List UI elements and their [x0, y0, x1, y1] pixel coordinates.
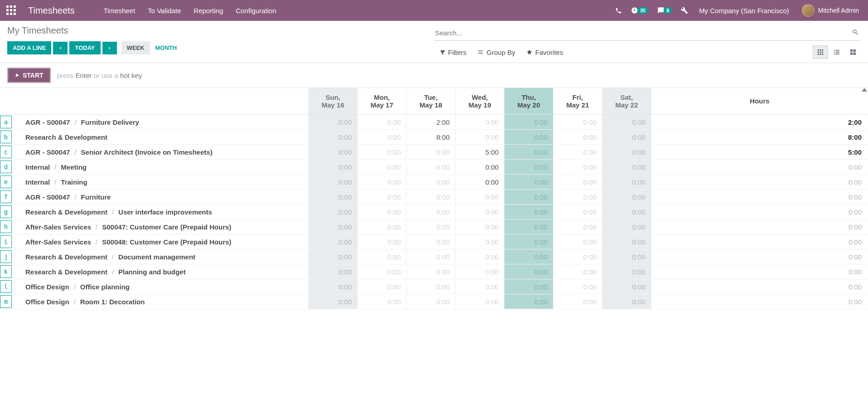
row-hotkey[interactable]: a [0, 116, 12, 128]
time-cell[interactable]: 0:00 [455, 234, 504, 249]
time-cell[interactable]: 0:00 [406, 249, 455, 264]
time-cell[interactable]: 0:00 [504, 205, 553, 219]
nav-item-to-validate[interactable]: To Validate [141, 0, 187, 21]
time-cell[interactable]: 0:00 [357, 160, 406, 174]
time-cell[interactable]: 0:00 [455, 115, 504, 129]
time-cell[interactable]: 0:00 [308, 115, 357, 129]
time-cell[interactable]: 0:00 [406, 190, 455, 204]
messages-icon[interactable]: 8 [653, 0, 676, 21]
filters-button[interactable]: Filters [434, 47, 472, 58]
time-cell[interactable]: 0:00 [602, 249, 651, 264]
row-label[interactable]: Research & Development/Document manageme… [13, 249, 308, 264]
row-label[interactable]: AGR - S00047/Furniture [13, 190, 308, 204]
time-cell[interactable]: 0:00 [308, 160, 357, 174]
time-cell[interactable]: 0:00 [602, 130, 651, 144]
time-cell[interactable]: 0:00 [357, 234, 406, 249]
time-cell[interactable]: 0:00 [553, 294, 602, 309]
time-cell[interactable]: 0:00 [504, 175, 553, 189]
row-hotkey[interactable]: m [0, 295, 12, 308]
time-cell[interactable]: 0:00 [406, 175, 455, 189]
time-cell[interactable]: 0:00 [308, 219, 357, 234]
time-cell[interactable]: 0:00 [504, 190, 553, 204]
time-cell[interactable]: 0:00 [602, 205, 651, 219]
row-hotkey[interactable]: c [0, 146, 12, 158]
row-label[interactable]: Internal/Meeting [13, 160, 308, 174]
phone-icon[interactable] [611, 0, 626, 21]
time-cell[interactable]: 0:00 [406, 219, 455, 234]
time-cell[interactable]: 0:00 [602, 294, 651, 309]
time-cell[interactable]: 0:00 [504, 145, 553, 159]
row-label[interactable]: After-Sales Services/S00047: Customer Ca… [13, 219, 308, 234]
time-cell[interactable]: 0:00 [504, 279, 553, 294]
row-label[interactable]: After-Sales Services/S00048: Customer Ca… [13, 234, 308, 249]
time-cell[interactable]: 0:00 [357, 205, 406, 219]
time-cell[interactable]: 0:00 [455, 130, 504, 144]
row-label[interactable]: Office Design/Office planning [13, 279, 308, 294]
row-hotkey[interactable]: b [0, 131, 12, 143]
time-cell[interactable]: 0:00 [504, 115, 553, 129]
time-cell[interactable]: 0:00 [455, 249, 504, 264]
next-button[interactable] [102, 42, 117, 54]
time-cell[interactable]: 0:00 [308, 294, 357, 309]
view-grid-button[interactable] [813, 45, 828, 59]
time-cell[interactable]: 0:00 [357, 294, 406, 309]
time-cell[interactable]: 0:00 [406, 145, 455, 159]
time-cell[interactable]: 0:00 [308, 264, 357, 279]
row-label[interactable]: Research & Development/Planning and budg… [13, 264, 308, 279]
row-hotkey[interactable]: j [0, 250, 12, 263]
activity-icon[interactable]: 35 [626, 0, 653, 21]
time-cell[interactable]: 0:00 [455, 279, 504, 294]
time-cell[interactable]: 0:00 [553, 264, 602, 279]
time-cell[interactable]: 0:00 [602, 145, 651, 159]
time-cell[interactable]: 0:00 [455, 294, 504, 309]
time-cell[interactable]: 0:00 [553, 205, 602, 219]
time-cell[interactable]: 0:00 [455, 219, 504, 234]
time-cell[interactable]: 0:00 [553, 190, 602, 204]
app-brand[interactable]: Timesheets [28, 5, 75, 16]
time-cell[interactable]: 0:00 [308, 279, 357, 294]
time-cell[interactable]: 0:00 [406, 234, 455, 249]
time-cell[interactable]: 0:00 [455, 190, 504, 204]
time-cell[interactable]: 0:00 [504, 130, 553, 144]
nav-item-reporting[interactable]: Reporting [187, 0, 229, 21]
time-cell[interactable]: 0:00 [455, 175, 504, 189]
time-cell[interactable]: 0:00 [553, 279, 602, 294]
time-cell[interactable]: 0:00 [602, 219, 651, 234]
user-menu[interactable]: Mitchell Admin [795, 4, 862, 17]
start-button[interactable]: START [7, 68, 51, 83]
time-cell[interactable]: 0:00 [553, 145, 602, 159]
time-cell[interactable]: 0:00 [357, 175, 406, 189]
time-cell[interactable]: 0:00 [308, 249, 357, 264]
time-cell[interactable]: 0:00 [455, 264, 504, 279]
nav-item-configuration[interactable]: Configuration [229, 0, 282, 21]
time-cell[interactable]: 0:00 [308, 190, 357, 204]
nav-item-timesheet[interactable]: Timesheet [97, 0, 141, 21]
row-hotkey[interactable]: l [0, 280, 12, 293]
row-hotkey[interactable]: d [0, 161, 12, 173]
time-cell[interactable]: 0:00 [504, 294, 553, 309]
time-cell[interactable]: 0:00 [553, 175, 602, 189]
prev-button[interactable] [53, 42, 68, 54]
time-cell[interactable]: 0:00 [357, 219, 406, 234]
row-label[interactable]: Research & Development/User interface im… [13, 205, 308, 219]
apps-icon[interactable] [6, 5, 16, 15]
time-cell[interactable]: 0:00 [406, 160, 455, 174]
search-input[interactable] [434, 27, 850, 39]
time-cell[interactable]: 0:00 [602, 175, 651, 189]
time-cell[interactable]: 0:00 [357, 115, 406, 129]
row-hotkey[interactable]: g [0, 205, 12, 218]
time-cell[interactable]: 5:00 [455, 145, 504, 159]
time-cell[interactable]: 0:00 [308, 145, 357, 159]
time-cell[interactable]: 0:00 [553, 249, 602, 264]
row-label[interactable]: AGR - S00047/Senior Architect (Invoice o… [13, 145, 308, 159]
time-cell[interactable]: 0:00 [308, 130, 357, 144]
time-cell[interactable]: 0:00 [308, 234, 357, 249]
time-cell[interactable]: 0:00 [602, 115, 651, 129]
tools-icon[interactable] [676, 0, 693, 21]
time-cell[interactable]: 0:00 [602, 160, 651, 174]
time-cell[interactable]: 0:00 [553, 160, 602, 174]
view-list-button[interactable] [829, 45, 844, 59]
time-cell[interactable]: 2:00 [406, 115, 455, 129]
period-week-button[interactable]: WEEK [121, 41, 150, 54]
time-cell[interactable]: 0:00 [504, 234, 553, 249]
